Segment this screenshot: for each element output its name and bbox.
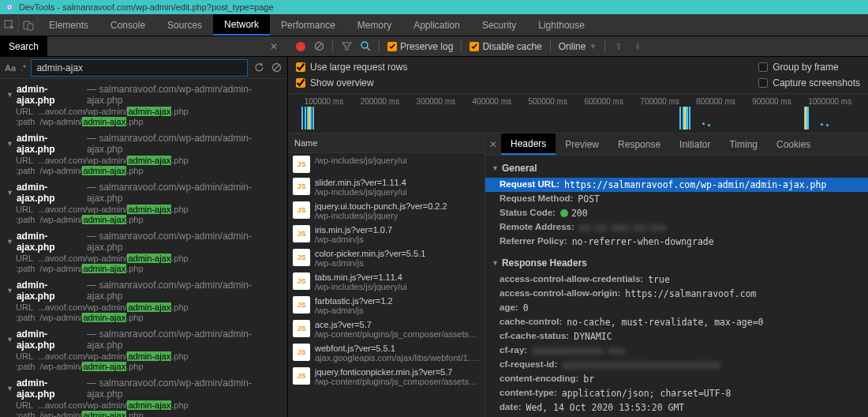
svg-line-10 [274, 65, 279, 70]
request-item[interactable]: JSslider.min.js?ver=1.11.4/wp-includes/j… [288, 175, 485, 199]
show-overview-checkbox[interactable]: Show overview [296, 77, 407, 88]
request-item[interactable]: JS/wp-includes/js/jquery/ui [288, 153, 485, 175]
timeline-tick: 700000 ms [640, 97, 679, 106]
tab-elements[interactable]: Elements [38, 14, 99, 36]
response-header-row: access-control-allow-credentials:true [485, 272, 868, 287]
svg-line-8 [367, 47, 370, 51]
js-file-icon: JS [293, 156, 310, 173]
request-item[interactable]: JSace.js?ver=5.7/wp-content/plugins/js_c… [288, 317, 485, 341]
timeline-tick: 300000 ms [417, 97, 455, 106]
upload-icon[interactable]: ⬆ [613, 41, 624, 52]
timeline-tick: 800000 ms [696, 97, 735, 106]
match-case-toggle[interactable]: Aa [5, 63, 16, 73]
js-file-icon: JS [293, 201, 310, 219]
detail-tab-initiator[interactable]: Initiator [670, 133, 720, 155]
js-file-icon: JS [293, 367, 310, 385]
response-header-row: cf-request-id:xxxxxxxxxxxxxxxxxxxxxxxxxx… [485, 358, 868, 372]
inspect-icon[interactable] [0, 14, 19, 36]
search-result[interactable]: ▼admin-ajax.php — salmanravoof.com/wp-ad… [0, 278, 287, 327]
search-result[interactable]: ▼admin-ajax.php — salmanravoof.com/wp-ad… [0, 82, 287, 131]
search-result[interactable]: ▼admin-ajax.php — salmanravoof.com/wp-ad… [0, 131, 287, 180]
svg-point-7 [361, 42, 368, 48]
network-panel: Use large request rows Show overview Gro… [288, 57, 868, 417]
request-list-header[interactable]: Name [288, 133, 485, 153]
device-toggle-icon[interactable] [19, 14, 38, 36]
request-detail: ✕ HeadersPreviewResponseInitiatorTimingC… [485, 133, 868, 417]
download-icon[interactable]: ⬇ [632, 41, 643, 52]
detail-tab-response[interactable]: Response [608, 133, 670, 155]
response-header-row: content-encoding:br [485, 372, 868, 386]
clear-icon[interactable] [313, 41, 324, 52]
window-titlebar: DevTools - salmanravoof.com/wp-admin/edi… [0, 0, 868, 14]
timeline-tick: 900000 ms [752, 97, 791, 106]
tab-console[interactable]: Console [99, 14, 156, 36]
response-header-row: access-control-allow-origin:https://salm… [485, 287, 868, 301]
timeline-tick: 600000 ms [584, 97, 623, 106]
svg-point-1 [9, 6, 10, 8]
throttle-select[interactable]: Online▼ [559, 41, 597, 52]
refresh-icon[interactable] [253, 62, 265, 73]
capture-screenshots-checkbox[interactable]: Capture screenshots [758, 77, 860, 88]
regex-toggle[interactable]: .* [21, 63, 26, 73]
remote-address-row: Remote Address:xx.xx.xxx.xx:xxx [485, 220, 868, 235]
search-result[interactable]: ▼admin-ajax.php — salmanravoof.com/wp-ad… [0, 327, 287, 376]
network-options: Use large request rows Show overview Gro… [288, 57, 868, 94]
detail-tab-headers[interactable]: Headers [501, 133, 556, 155]
tab-sources[interactable]: Sources [156, 14, 213, 36]
request-item[interactable]: JSfarbtastic.js?ver=1.2/wp-admin/js [288, 294, 485, 317]
svg-line-6 [316, 43, 322, 49]
search-result[interactable]: ▼admin-ajax.php — salmanravoof.com/wp-ad… [0, 180, 287, 229]
referrer-policy-row: Referrer Policy:no-referrer-when-downgra… [485, 235, 868, 249]
filter-icon[interactable] [341, 41, 352, 52]
request-item[interactable]: JSjquery.fonticonpicker.min.js?ver=5.7/w… [288, 365, 485, 389]
devtools-tabbar: ElementsConsoleSourcesNetworkPerformance… [0, 14, 868, 36]
request-url-row[interactable]: Request URL:https://salmanravoof.com/wp-… [485, 178, 868, 192]
search-panel: Aa .* ▼admin-ajax.php — salmanravoof.com… [0, 57, 288, 417]
large-rows-checkbox[interactable]: Use large request rows [296, 62, 407, 73]
js-file-icon: JS [293, 249, 310, 266]
detail-tab-timing[interactable]: Timing [720, 133, 767, 155]
tab-application[interactable]: Application [402, 14, 471, 36]
close-detail-icon[interactable]: ✕ [485, 139, 501, 150]
network-toolbar: Preserve log Disable cache Online▼ ⬆ ⬇ [288, 36, 868, 56]
search-input[interactable] [31, 59, 248, 77]
general-section[interactable]: ▼General [492, 160, 862, 176]
timeline-tick: 400000 ms [473, 97, 511, 106]
window-title: DevTools - salmanravoof.com/wp-admin/edi… [19, 2, 274, 12]
record-icon[interactable] [296, 42, 305, 51]
search-results: ▼admin-ajax.php — salmanravoof.com/wp-ad… [0, 79, 287, 417]
response-header-row: cf-ray:xxxxxxxxxxxxx-xxx [485, 344, 868, 358]
js-file-icon: JS [293, 296, 310, 314]
tab-security[interactable]: Security [471, 14, 527, 36]
preserve-log-checkbox[interactable]: Preserve log [387, 41, 453, 52]
close-search-icon[interactable]: ✕ [266, 41, 282, 52]
detail-tabs: ✕ HeadersPreviewResponseInitiatorTimingC… [485, 133, 868, 156]
tab-memory[interactable]: Memory [346, 14, 402, 36]
request-item[interactable]: JSwebfont.js?ver=5.5.1ajax.googleapis.co… [288, 341, 485, 365]
search-result[interactable]: ▼admin-ajax.php — salmanravoof.com/wp-ad… [0, 376, 287, 417]
response-header-row: cache-control:no-cache, must-revalidate,… [485, 315, 868, 329]
timeline-tick: 100000 ms [305, 97, 343, 106]
tab-lighthouse[interactable]: Lighthouse [527, 14, 596, 36]
js-file-icon: JS [293, 344, 310, 361]
status-code-row: Status Code:200 [485, 206, 868, 220]
request-item[interactable]: JSiris.min.js?ver=1.0.7/wp-admin/js [288, 223, 485, 246]
search-result[interactable]: ▼admin-ajax.php — salmanravoof.com/wp-ad… [0, 229, 287, 278]
search-icon[interactable] [360, 41, 371, 52]
response-header-row: date:Wed, 14 Oct 2020 13:53:20 GMT [485, 400, 868, 415]
timeline-tick: 1000000 ms [808, 97, 851, 106]
group-by-frame-checkbox[interactable]: Group by frame [758, 62, 860, 73]
tab-performance[interactable]: Performance [270, 14, 346, 36]
request-item[interactable]: JScolor-picker.min.js?ver=5.5.1/wp-admin… [288, 246, 485, 270]
disable-cache-checkbox[interactable]: Disable cache [470, 41, 541, 52]
js-file-icon: JS [293, 320, 310, 337]
clear-search-icon[interactable] [270, 62, 282, 73]
timeline-overview[interactable]: 100000 ms200000 ms300000 ms400000 ms5000… [288, 94, 868, 133]
response-header-row: content-type:application/json; charset=U… [485, 386, 868, 400]
detail-tab-preview[interactable]: Preview [556, 133, 608, 155]
tab-network[interactable]: Network [213, 14, 270, 36]
request-item[interactable]: JSjquery.ui.touch-punch.js?ver=0.2.2/wp-… [288, 199, 485, 223]
request-item[interactable]: JStabs.min.js?ver=1.11.4/wp-includes/js/… [288, 270, 485, 294]
response-headers-section[interactable]: ▼Response Headers [492, 255, 862, 271]
detail-tab-cookies[interactable]: Cookies [767, 133, 820, 155]
